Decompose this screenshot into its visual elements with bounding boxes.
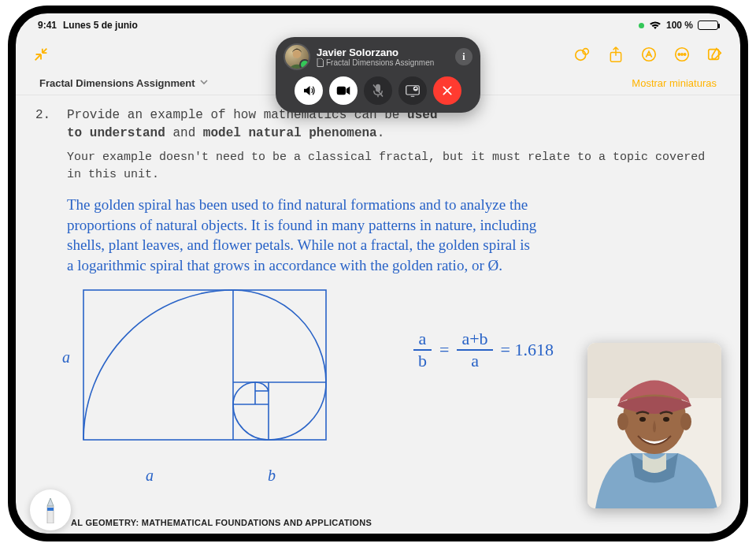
status-time: 9:41: [38, 20, 57, 31]
object-capture-icon[interactable]: [573, 45, 592, 64]
share-icon[interactable]: [606, 45, 625, 64]
compose-icon[interactable]: [706, 45, 724, 64]
collapse-icon[interactable]: [32, 45, 50, 64]
camera-button[interactable]: [329, 76, 358, 105]
fraction-ab: a b: [413, 329, 432, 371]
svg-point-5: [678, 54, 680, 55]
caller-info: Javier Solorzano Fractal Dimensions Assi…: [317, 47, 449, 67]
question-text-segment: .: [377, 126, 385, 140]
question-number: 2.: [35, 106, 50, 125]
self-view-image: [587, 343, 721, 508]
golden-spiral-drawing: a a b: [67, 289, 327, 463]
svg-point-3: [643, 48, 656, 61]
caller-avatar[interactable]: [284, 43, 310, 70]
question-subtext: Your example doesn't need to be a classi…: [67, 149, 709, 184]
markup-icon[interactable]: [639, 45, 658, 64]
ipad-frame: 9:41 Lunes 5 de junio 100 %: [8, 6, 748, 541]
microphone-off-icon: [372, 84, 384, 98]
question-bold-segment: model natural phenomena: [203, 126, 377, 140]
chevron-down-icon: [199, 77, 209, 89]
fraction-bottom: b: [413, 351, 432, 371]
screen-share-icon: [406, 85, 420, 97]
close-icon: [441, 84, 454, 97]
handwriting-line: a logarithmic spiral that grows in accor…: [67, 255, 709, 276]
video-camera-icon: [336, 85, 350, 96]
page-footer-text: AL GEOMETRY: MATHEMATICAL FOUNDATIONS AN…: [71, 518, 372, 527]
svg-point-28: [639, 417, 646, 422]
svg-point-7: [684, 54, 686, 55]
show-thumbnails-button[interactable]: Mostrar miniaturas: [632, 77, 717, 89]
pencil-icon: [42, 497, 59, 523]
battery-icon: [698, 20, 718, 30]
label-b-bottom: b: [268, 467, 276, 485]
handwriting-line: shells, plant leaves, and flower petals.…: [67, 235, 709, 255]
more-icon[interactable]: [673, 45, 691, 64]
info-button[interactable]: i: [455, 48, 472, 65]
svg-point-0: [576, 50, 586, 61]
svg-point-17: [293, 50, 302, 58]
screenshare-button[interactable]: [398, 76, 427, 105]
handwriting-line: The golden spiral has been used to find …: [67, 195, 709, 215]
speaker-button[interactable]: [295, 76, 323, 105]
mute-button[interactable]: [364, 76, 392, 105]
wifi-icon: [649, 20, 662, 30]
svg-point-26: [617, 413, 628, 430]
note-title-text: Fractal Dimensions Assignment: [39, 77, 195, 89]
svg-point-27: [680, 413, 691, 430]
status-bar: 9:41 Lunes 5 de junio 100 %: [16, 13, 740, 37]
speaker-icon: [302, 84, 316, 98]
fraction-bottom: a: [466, 351, 484, 371]
facetime-controls: [284, 76, 472, 105]
equals-sign: =: [439, 340, 449, 360]
status-date: Lunes 5 de junio: [63, 20, 138, 31]
label-a-left: a: [62, 348, 70, 367]
svg-rect-16: [47, 508, 54, 511]
presence-badge-icon: [299, 59, 310, 70]
document-icon: [317, 58, 324, 67]
equals-value: = 1.618: [501, 340, 554, 360]
facetime-self-view[interactable]: [587, 343, 721, 508]
handwritten-answer: The golden spiral has been used to find …: [67, 195, 709, 276]
shared-doc-label: Fractal Dimensions Assignmen: [317, 58, 449, 67]
fraction-top: a+b: [457, 329, 492, 349]
svg-point-29: [663, 417, 669, 422]
label-a-bottom: a: [146, 467, 154, 485]
battery-percentage: 100 %: [666, 20, 693, 31]
facetime-panel[interactable]: Javier Solorzano Fractal Dimensions Assi…: [276, 37, 480, 113]
question-text-segment: and: [165, 126, 203, 140]
handwriting-line: proportions of natural objects. It is fo…: [67, 215, 709, 236]
pencil-tool-button[interactable]: [30, 489, 71, 530]
end-call-button[interactable]: [433, 76, 461, 105]
note-title-dropdown[interactable]: Fractal Dimensions Assignment: [39, 77, 209, 89]
svg-point-6: [681, 54, 683, 55]
camera-in-use-indicator-icon: [639, 23, 644, 28]
question-bold-segment: to understand: [67, 126, 165, 140]
svg-rect-9: [83, 290, 326, 440]
fraction-top: a: [414, 329, 432, 349]
shared-doc-text: Fractal Dimensions Assignmen: [326, 58, 434, 67]
svg-rect-18: [337, 87, 346, 95]
fraction-aplusb-a: a+b a: [457, 329, 492, 371]
caller-name: Javier Solorzano: [317, 47, 449, 58]
golden-ratio-equation: a b = a+b a = 1.618: [413, 329, 554, 371]
